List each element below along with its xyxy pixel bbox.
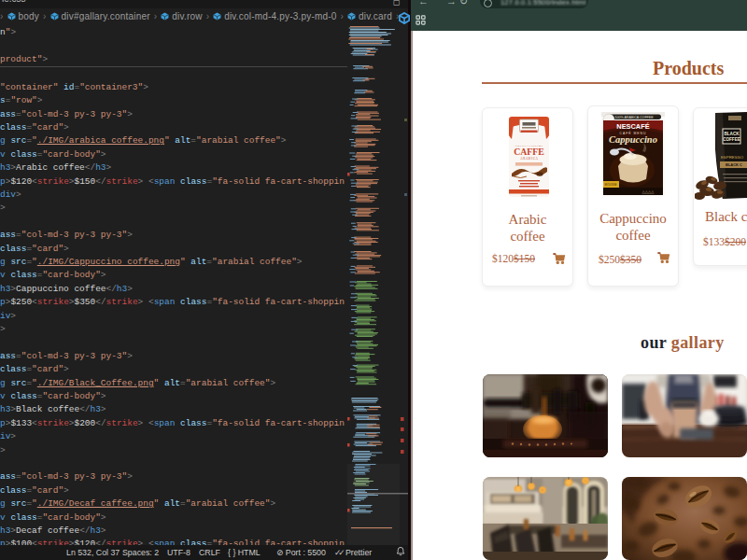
svg-text:BLACK C: BLACK C: [726, 162, 742, 167]
svg-text:COFFEE: COFFEE: [723, 137, 740, 142]
svg-text:Cappuccino: Cappuccino: [609, 134, 657, 145]
svg-text:100% ARABICA COFFEE: 100% ARABICA COFFEE: [614, 116, 654, 119]
svg-text:△△△△: △△△△: [642, 189, 655, 194]
svg-text:ESPRESSO: ESPRESSO: [721, 155, 744, 160]
svg-text:BLACK: BLACK: [724, 132, 740, 136]
svg-text:A R A B I C A: A R A B I C A: [520, 157, 538, 161]
svg-text:CAFFE: CAFFE: [514, 147, 544, 157]
svg-text:NESCAFÉ: NESCAFÉ: [616, 122, 649, 131]
svg-text:MOUSSE: MOUSSE: [604, 183, 616, 187]
